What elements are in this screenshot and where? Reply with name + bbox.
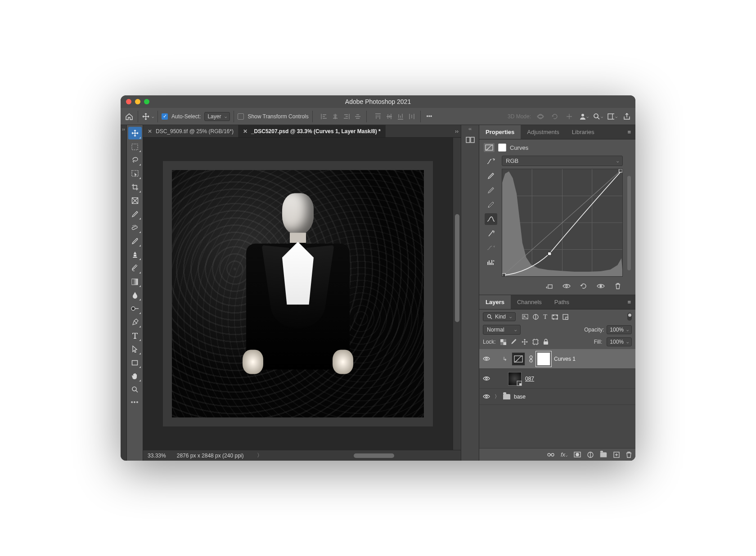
lock-image-icon[interactable]: [511, 339, 517, 345]
layer-name[interactable]: base: [514, 394, 526, 400]
fill-input[interactable]: 100%⌵: [607, 337, 632, 346]
align-more-icon[interactable]: [353, 112, 363, 121]
edit-toolbar-button[interactable]: •••: [131, 399, 139, 406]
sample-gray-eyedropper-icon[interactable]: [485, 184, 497, 196]
show-transform-checkbox[interactable]: [238, 113, 244, 120]
layer-name[interactable]: Curves 1: [554, 356, 576, 362]
smooth-curve-icon[interactable]: [485, 242, 497, 254]
hand-tool[interactable]: [128, 370, 142, 382]
canvas-area[interactable]: [143, 138, 453, 450]
workspace-switcher-icon[interactable]: ⌵: [608, 112, 617, 121]
filter-type-icon[interactable]: T: [543, 313, 547, 321]
marquee-tool[interactable]: [128, 140, 142, 153]
search-icon[interactable]: ⌵: [593, 112, 603, 121]
brush-tool[interactable]: [128, 235, 142, 247]
opacity-input[interactable]: 100%⌵: [607, 325, 632, 334]
document-tab[interactable]: ✕ DSC_9509.tif @ 25% (RGB/16*): [143, 125, 238, 137]
tab-libraries[interactable]: Libraries: [566, 125, 601, 139]
filter-shape-icon[interactable]: [552, 314, 558, 320]
filter-pixel-icon[interactable]: [522, 314, 528, 319]
clip-to-layer-icon[interactable]: [544, 282, 554, 290]
tab-adjustments[interactable]: Adjustments: [521, 125, 566, 139]
document-tab[interactable]: ✕ _DSC5207.psd @ 33.3% (Curves 1, Layer …: [238, 125, 386, 137]
gradient-tool[interactable]: [128, 275, 142, 288]
filter-smartobject-icon[interactable]: [562, 314, 568, 320]
auto-curves-icon[interactable]: [485, 156, 497, 167]
lock-position-icon[interactable]: [522, 339, 528, 345]
share-icon[interactable]: [622, 112, 632, 121]
pen-tool[interactable]: [128, 316, 142, 328]
layer-row[interactable]: ↳ Curves 1: [479, 349, 635, 369]
curves-graph[interactable]: [502, 169, 623, 277]
visibility-toggle-icon[interactable]: [483, 376, 491, 381]
user-icon[interactable]: ⌵: [579, 112, 589, 121]
rectangle-tool[interactable]: [128, 356, 142, 369]
new-group-icon[interactable]: [600, 452, 607, 457]
object-selection-tool[interactable]: [128, 167, 142, 180]
eyedropper-tool[interactable]: [128, 208, 142, 220]
curves-channel-dropdown[interactable]: RGB ⌵: [502, 156, 623, 166]
edit-points-icon[interactable]: [485, 213, 497, 225]
layer-row[interactable]: 〉 base: [479, 389, 635, 405]
toggle-visibility-icon[interactable]: [562, 282, 572, 290]
align-right-icon[interactable]: [342, 112, 351, 121]
vertical-scrollbar[interactable]: [453, 138, 461, 450]
roll-3d-icon[interactable]: [550, 112, 560, 121]
expand-dock-icon[interactable]: ‹‹: [468, 126, 472, 131]
view-previous-icon[interactable]: [596, 282, 606, 290]
auto-select-dropdown[interactable]: Layer⌵: [204, 112, 230, 121]
blur-tool[interactable]: [128, 289, 142, 301]
close-window-button[interactable]: [126, 99, 131, 104]
path-selection-tool[interactable]: [128, 343, 142, 355]
status-flyout-icon[interactable]: 〉: [257, 452, 262, 459]
panel-menu-icon[interactable]: ≡: [623, 299, 635, 305]
visibility-toggle-icon[interactable]: [483, 356, 491, 361]
mask-link-icon[interactable]: [529, 355, 533, 363]
lasso-tool[interactable]: [128, 154, 142, 166]
blend-mode-dropdown[interactable]: Normal⌵: [483, 325, 521, 335]
healing-brush-tool[interactable]: [128, 221, 142, 234]
layer-name[interactable]: 087: [525, 376, 534, 382]
add-mask-icon[interactable]: [574, 452, 581, 457]
close-tab-icon[interactable]: ✕: [148, 128, 152, 135]
panel-menu-icon[interactable]: ≡: [623, 129, 635, 135]
new-layer-icon[interactable]: [613, 452, 620, 458]
maximize-window-button[interactable]: [144, 99, 149, 104]
new-adjustment-icon[interactable]: [587, 452, 594, 458]
close-tab-icon[interactable]: ✕: [243, 128, 248, 135]
draw-curve-icon[interactable]: [485, 228, 497, 239]
filter-toggle[interactable]: [627, 313, 632, 321]
collapsed-panel-left[interactable]: ››: [121, 125, 127, 461]
zoom-level[interactable]: 33.33%: [148, 453, 166, 459]
filter-kind-dropdown[interactable]: Kind ⌵: [483, 312, 516, 321]
histogram-options-icon[interactable]: [485, 256, 497, 268]
dodge-tool[interactable]: [128, 302, 142, 315]
align-left-icon[interactable]: [319, 112, 329, 121]
type-tool[interactable]: [128, 329, 142, 342]
history-brush-tool[interactable]: [128, 262, 142, 274]
layer-row[interactable]: 087: [479, 369, 635, 389]
visibility-toggle-icon[interactable]: [483, 394, 491, 399]
distribute-icon[interactable]: [407, 112, 417, 121]
align-top-icon[interactable]: [373, 112, 383, 121]
filter-adjustment-icon[interactable]: [533, 314, 539, 320]
crop-tool[interactable]: [128, 181, 142, 193]
tab-layers[interactable]: Layers: [479, 295, 511, 309]
clone-stamp-tool[interactable]: [128, 248, 142, 261]
pan-3d-icon[interactable]: [564, 112, 574, 121]
align-hcenter-icon[interactable]: [330, 112, 340, 121]
link-layers-icon[interactable]: [547, 452, 554, 457]
layer-thumb[interactable]: [508, 372, 522, 386]
layer-mask-thumb[interactable]: [498, 143, 506, 152]
layer-effects-icon[interactable]: fx⌵: [561, 451, 567, 458]
move-tool[interactable]: [128, 127, 142, 139]
home-button[interactable]: [124, 112, 134, 121]
align-bottom-icon[interactable]: [396, 112, 405, 121]
reset-adjustment-icon[interactable]: [579, 282, 589, 290]
tab-channels[interactable]: Channels: [511, 295, 548, 309]
history-panel-icon[interactable]: [464, 134, 477, 146]
lock-artboard-icon[interactable]: [532, 339, 539, 345]
horizontal-scrollbar[interactable]: [273, 453, 456, 458]
doc-dimensions[interactable]: 2876 px x 2848 px (240 ppi): [177, 453, 244, 459]
delete-layer-icon[interactable]: [626, 452, 632, 458]
